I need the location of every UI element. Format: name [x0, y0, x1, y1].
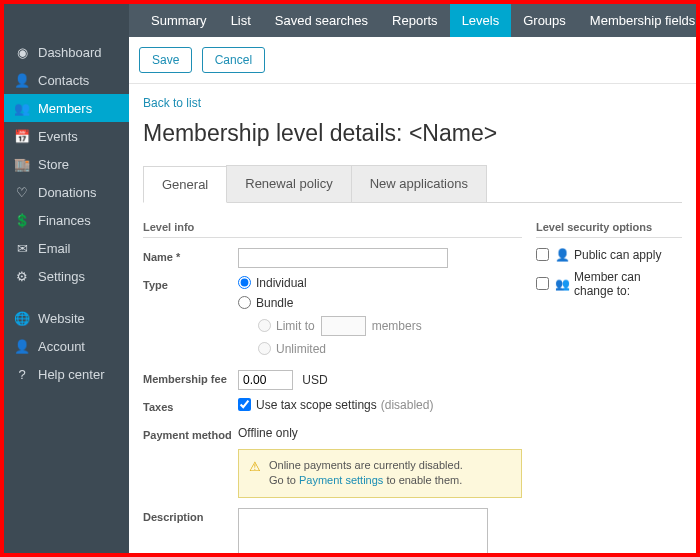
sidebar-item-label: Settings [38, 269, 85, 284]
radio-individual-label: Individual [256, 276, 307, 290]
tab-list[interactable]: List [219, 4, 263, 37]
finances-icon: 💲 [14, 213, 30, 228]
sidebar-item-label: Members [38, 101, 92, 116]
taxes-checkbox[interactable] [238, 398, 251, 411]
radio-limit [258, 319, 271, 332]
member-can-change-label: Member can change to: [574, 270, 682, 298]
subtab-new-applications[interactable]: New applications [351, 165, 487, 202]
cancel-button[interactable]: Cancel [202, 47, 265, 73]
sidebar-divider [4, 290, 129, 304]
row-name: Name * [143, 248, 522, 268]
tab-membership-fields[interactable]: Membership fields [578, 4, 700, 37]
account-icon: 👤 [14, 339, 30, 354]
row-description: Description [143, 508, 522, 553]
person-icon: 👤 [555, 248, 570, 262]
public-can-apply-checkbox[interactable] [536, 248, 549, 261]
back-to-list-link[interactable]: Back to list [143, 96, 201, 110]
sidebar-item-label: Email [38, 241, 71, 256]
sidebar-item-label: Donations [38, 185, 97, 200]
level-info-column: Level info Name * Type Individual [143, 221, 522, 553]
sidebar-item-label: Website [38, 311, 85, 326]
taxes-disabled-note: (disabled) [381, 398, 434, 412]
opt-public-can-apply: 👤 Public can apply [536, 248, 682, 262]
sidebar-item-label: Dashboard [38, 45, 102, 60]
radio-bundle-label: Bundle [256, 296, 293, 310]
sidebar-item-label: Contacts [38, 73, 89, 88]
sidebar-item-label: Finances [38, 213, 91, 228]
help-icon: ? [14, 367, 30, 382]
row-fee: Membership fee USD [143, 370, 522, 390]
radio-unlimited [258, 342, 271, 355]
payment-settings-link[interactable]: Payment settings [299, 474, 383, 486]
limit-suffix: members [372, 319, 422, 333]
public-can-apply-label: Public can apply [574, 248, 661, 262]
store-icon: 🏬 [14, 157, 30, 172]
name-label: Name * [143, 248, 238, 263]
sidebar-item-contacts[interactable]: 👤 Contacts [4, 66, 129, 94]
sidebar-item-account[interactable]: 👤 Account [4, 332, 129, 360]
alert-text: Online payments are currently disabled. … [269, 458, 463, 489]
row-type: Type Individual Bundle [143, 276, 522, 362]
save-button[interactable]: Save [139, 47, 192, 73]
subtab-strip: General Renewal policy New applications [143, 165, 682, 203]
events-icon: 📅 [14, 129, 30, 144]
fee-currency: USD [302, 373, 327, 387]
email-icon: ✉ [14, 241, 30, 256]
payment-value: Offline only [238, 426, 522, 440]
website-icon: 🌐 [14, 311, 30, 326]
payment-label: Payment method [143, 426, 238, 441]
content: Back to list Membership level details: <… [129, 84, 696, 553]
name-input[interactable] [238, 248, 448, 268]
taxes-text: Use tax scope settings [256, 398, 377, 412]
sidebar: ◉ Dashboard 👤 Contacts 👥 Members 📅 Event… [4, 4, 129, 553]
sidebar-item-events[interactable]: 📅 Events [4, 122, 129, 150]
description-label: Description [143, 508, 238, 523]
tab-reports[interactable]: Reports [380, 4, 450, 37]
sidebar-item-label: Help center [38, 367, 104, 382]
action-row: Save Cancel [129, 37, 696, 84]
type-label: Type [143, 276, 238, 291]
limit-prefix: Limit to [276, 319, 315, 333]
settings-icon: ⚙ [14, 269, 30, 284]
sidebar-item-settings[interactable]: ⚙ Settings [4, 262, 129, 290]
tab-summary[interactable]: Summary [139, 4, 219, 37]
warning-icon: ⚠ [249, 458, 261, 489]
tab-groups[interactable]: Groups [511, 4, 578, 37]
top-tabstrip: Summary List Saved searches Reports Leve… [129, 4, 696, 37]
tab-levels[interactable]: Levels [450, 4, 512, 37]
sidebar-item-donations[interactable]: ♡ Donations [4, 178, 129, 206]
main: Summary List Saved searches Reports Leve… [129, 4, 696, 553]
fee-label: Membership fee [143, 370, 238, 385]
sidebar-item-members[interactable]: 👥 Members [4, 94, 129, 122]
radio-unlimited-label: Unlimited [276, 342, 326, 356]
sidebar-item-dashboard[interactable]: ◉ Dashboard [4, 38, 129, 66]
limit-input [321, 316, 366, 336]
sidebar-item-label: Events [38, 129, 78, 144]
fee-input[interactable] [238, 370, 293, 390]
donations-icon: ♡ [14, 185, 30, 200]
radio-bundle[interactable] [238, 296, 251, 309]
page-title: Membership level details: <Name> [143, 120, 682, 147]
description-textarea[interactable] [238, 508, 488, 553]
subtab-renewal-policy[interactable]: Renewal policy [226, 165, 351, 202]
section-head-level-info: Level info [143, 221, 522, 238]
sidebar-item-label: Account [38, 339, 85, 354]
tab-saved-searches[interactable]: Saved searches [263, 4, 380, 37]
sidebar-item-email[interactable]: ✉ Email [4, 234, 129, 262]
opt-member-can-change: 👥 Member can change to: [536, 270, 682, 298]
member-icon: 👥 [555, 277, 570, 291]
row-taxes: Taxes Use tax scope settings (disabled) [143, 398, 522, 418]
subtab-general[interactable]: General [143, 166, 227, 203]
sidebar-item-store[interactable]: 🏬 Store [4, 150, 129, 178]
sidebar-item-help[interactable]: ? Help center [4, 360, 129, 388]
sidebar-item-finances[interactable]: 💲 Finances [4, 206, 129, 234]
row-payment-method: Payment method Offline only [143, 426, 522, 441]
payment-disabled-alert: ⚠ Online payments are currently disabled… [238, 449, 522, 498]
security-options-column: Level security options 👤 Public can appl… [522, 221, 682, 553]
row-alert: ⚠ Online payments are currently disabled… [143, 449, 522, 498]
members-icon: 👥 [14, 101, 30, 116]
radio-individual[interactable] [238, 276, 251, 289]
sidebar-item-website[interactable]: 🌐 Website [4, 304, 129, 332]
panel-body: Level info Name * Type Individual [143, 203, 682, 553]
member-can-change-checkbox[interactable] [536, 277, 549, 290]
